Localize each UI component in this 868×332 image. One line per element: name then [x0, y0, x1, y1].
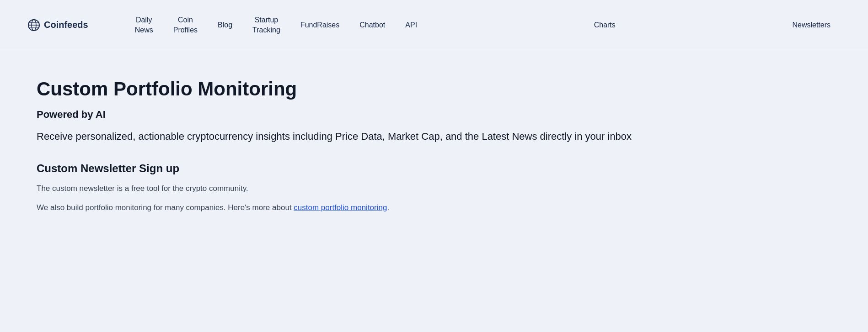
hero-description: Receive personalized, actionable cryptoc…: [37, 129, 677, 144]
nav-blog[interactable]: Blog: [208, 16, 242, 34]
nav-charts[interactable]: Charts: [584, 16, 626, 34]
hero-title: Custom Portfolio Monitoring: [37, 78, 831, 100]
main-nav: Daily News Coin Profiles Blog Startup Tr…: [125, 11, 841, 38]
main-content: Custom Portfolio Monitoring Powered by A…: [0, 50, 868, 248]
site-header: Coinfeeds Daily News Coin Profiles Blog …: [0, 0, 868, 50]
nav-chatbot[interactable]: Chatbot: [349, 16, 395, 34]
nav-startup-tracking[interactable]: Startup Tracking: [242, 11, 290, 38]
section-text-2: We also build portfolio monitoring for m…: [37, 201, 831, 214]
nav-fundraises[interactable]: FundRaises: [290, 16, 349, 34]
hero-subtitle: Powered by AI: [37, 109, 831, 121]
section-text-1: The custom newsletter is a free tool for…: [37, 182, 831, 195]
nav-newsletters[interactable]: Newsletters: [782, 16, 841, 34]
logo-link[interactable]: Coinfeeds: [27, 19, 88, 32]
portfolio-monitoring-link[interactable]: custom portfolio monitoring: [294, 203, 387, 212]
nav-coin-profiles[interactable]: Coin Profiles: [163, 11, 208, 38]
nav-daily-news[interactable]: Daily News: [125, 11, 163, 38]
nav-api[interactable]: API: [395, 16, 427, 34]
logo-text: Coinfeeds: [44, 20, 88, 30]
section-text-2-before-link: We also build portfolio monitoring for m…: [37, 203, 294, 212]
logo-icon: [27, 19, 40, 32]
section-title: Custom Newsletter Sign up: [37, 162, 831, 175]
section-text-2-after-link: .: [387, 203, 389, 212]
